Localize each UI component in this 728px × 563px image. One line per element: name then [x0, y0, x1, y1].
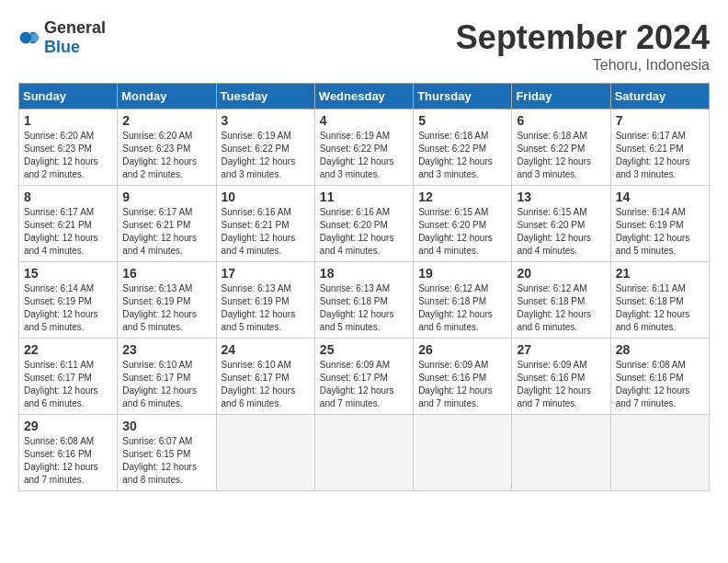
calendar-cell [414, 415, 512, 491]
day-number: 17 [222, 266, 310, 281]
column-header-tuesday: Tuesday [216, 84, 314, 109]
calendar-cell: 24Sunrise: 6:10 AMSunset: 6:17 PMDayligh… [216, 339, 314, 415]
day-number: 21 [616, 266, 704, 281]
month-title: September 2024 [456, 18, 710, 57]
day-number: 3 [222, 113, 310, 128]
calendar-table: SundayMondayTuesdayWednesdayThursdayFrid… [18, 83, 710, 491]
day-number: 8 [24, 190, 112, 204]
title-area: September 2024 Tehoru, Indonesia [456, 18, 710, 74]
calendar-cell: 21Sunrise: 6:11 AMSunset: 6:18 PMDayligh… [610, 262, 709, 339]
cell-details: Sunrise: 6:09 AMSunset: 6:16 PMDaylight:… [418, 359, 506, 410]
day-number: 22 [24, 342, 112, 357]
cell-details: Sunrise: 6:08 AMSunset: 6:16 PMDaylight:… [24, 435, 112, 487]
cell-details: Sunrise: 6:12 AMSunset: 6:18 PMDaylight:… [418, 282, 506, 334]
calendar-cell: 14Sunrise: 6:14 AMSunset: 6:19 PMDayligh… [610, 186, 709, 262]
calendar-cell: 28Sunrise: 6:08 AMSunset: 6:16 PMDayligh… [610, 339, 709, 415]
column-header-wednesday: Wednesday [314, 84, 413, 109]
calendar-cell: 1Sunrise: 6:20 AMSunset: 6:23 PMDaylight… [19, 109, 118, 186]
calendar-cell: 17Sunrise: 6:13 AMSunset: 6:19 PMDayligh… [216, 262, 314, 339]
cell-details: Sunrise: 6:10 AMSunset: 6:17 PMDaylight:… [122, 359, 210, 410]
cell-details: Sunrise: 6:19 AMSunset: 6:22 PMDaylight:… [320, 130, 408, 181]
cell-details: Sunrise: 6:16 AMSunset: 6:20 PMDaylight:… [320, 206, 408, 258]
calendar-cell: 16Sunrise: 6:13 AMSunset: 6:19 PMDayligh… [118, 262, 216, 339]
calendar-cell: 18Sunrise: 6:13 AMSunset: 6:18 PMDayligh… [314, 262, 413, 339]
cell-details: Sunrise: 6:17 AMSunset: 6:21 PMDaylight:… [616, 130, 704, 181]
day-number: 26 [418, 342, 506, 357]
calendar-cell [314, 415, 413, 491]
day-number: 2 [122, 113, 210, 128]
day-number: 16 [122, 266, 210, 281]
calendar-cell: 7Sunrise: 6:17 AMSunset: 6:21 PMDaylight… [610, 109, 709, 186]
calendar-cell: 26Sunrise: 6:09 AMSunset: 6:16 PMDayligh… [414, 339, 512, 415]
logo: General Blue [18, 18, 106, 57]
calendar-cell: 20Sunrise: 6:12 AMSunset: 6:18 PMDayligh… [512, 262, 610, 339]
day-number: 5 [418, 113, 506, 128]
logo-icon [18, 27, 40, 49]
calendar-cell: 30Sunrise: 6:07 AMSunset: 6:15 PMDayligh… [118, 415, 216, 491]
cell-details: Sunrise: 6:12 AMSunset: 6:18 PMDaylight:… [517, 282, 605, 334]
day-number: 15 [24, 266, 112, 281]
logo-text: General Blue [44, 18, 106, 57]
cell-details: Sunrise: 6:17 AMSunset: 6:21 PMDaylight:… [122, 206, 210, 258]
day-number: 14 [616, 190, 704, 204]
cell-details: Sunrise: 6:09 AMSunset: 6:16 PMDaylight:… [517, 359, 605, 410]
cell-details: Sunrise: 6:20 AMSunset: 6:23 PMDaylight:… [24, 130, 112, 181]
calendar-cell: 9Sunrise: 6:17 AMSunset: 6:21 PMDaylight… [118, 186, 216, 262]
header: General Blue September 2024 Tehoru, Indo… [18, 18, 710, 74]
svg-point-0 [20, 32, 32, 44]
column-header-saturday: Saturday [610, 84, 709, 109]
day-number: 20 [517, 266, 605, 281]
day-number: 13 [517, 190, 605, 204]
location-title: Tehoru, Indonesia [456, 57, 710, 74]
day-number: 11 [320, 190, 408, 204]
day-number: 25 [320, 342, 408, 357]
cell-details: Sunrise: 6:14 AMSunset: 6:19 PMDaylight:… [24, 282, 112, 334]
calendar-cell: 22Sunrise: 6:11 AMSunset: 6:17 PMDayligh… [19, 339, 118, 415]
week-row-4: 22Sunrise: 6:11 AMSunset: 6:17 PMDayligh… [19, 339, 710, 415]
cell-details: Sunrise: 6:13 AMSunset: 6:19 PMDaylight:… [222, 282, 310, 334]
calendar-cell: 15Sunrise: 6:14 AMSunset: 6:19 PMDayligh… [19, 262, 118, 339]
day-number: 6 [517, 113, 605, 128]
day-number: 12 [418, 190, 506, 204]
day-number: 29 [24, 419, 112, 433]
calendar-cell: 2Sunrise: 6:20 AMSunset: 6:23 PMDaylight… [118, 109, 216, 186]
cell-details: Sunrise: 6:18 AMSunset: 6:22 PMDaylight:… [517, 130, 605, 181]
cell-details: Sunrise: 6:18 AMSunset: 6:22 PMDaylight:… [418, 130, 506, 181]
calendar-cell: 10Sunrise: 6:16 AMSunset: 6:21 PMDayligh… [216, 186, 314, 262]
calendar-cell: 11Sunrise: 6:16 AMSunset: 6:20 PMDayligh… [314, 186, 413, 262]
day-number: 4 [320, 113, 408, 128]
day-number: 23 [122, 342, 210, 357]
calendar-cell: 25Sunrise: 6:09 AMSunset: 6:17 PMDayligh… [314, 339, 413, 415]
cell-details: Sunrise: 6:08 AMSunset: 6:16 PMDaylight:… [616, 359, 704, 410]
logo-blue: Blue [44, 38, 80, 56]
day-number: 10 [222, 190, 310, 204]
week-row-3: 15Sunrise: 6:14 AMSunset: 6:19 PMDayligh… [19, 262, 710, 339]
day-number: 28 [616, 342, 704, 357]
calendar-cell: 23Sunrise: 6:10 AMSunset: 6:17 PMDayligh… [118, 339, 216, 415]
day-number: 19 [418, 266, 506, 281]
week-row-5: 29Sunrise: 6:08 AMSunset: 6:16 PMDayligh… [19, 415, 710, 491]
cell-details: Sunrise: 6:13 AMSunset: 6:18 PMDaylight:… [320, 282, 408, 334]
cell-details: Sunrise: 6:15 AMSunset: 6:20 PMDaylight:… [418, 206, 506, 258]
day-number: 1 [24, 113, 112, 128]
week-row-1: 1Sunrise: 6:20 AMSunset: 6:23 PMDaylight… [19, 109, 710, 186]
calendar-cell: 8Sunrise: 6:17 AMSunset: 6:21 PMDaylight… [19, 186, 118, 262]
calendar-cell: 5Sunrise: 6:18 AMSunset: 6:22 PMDaylight… [414, 109, 512, 186]
column-header-monday: Monday [118, 84, 216, 109]
cell-details: Sunrise: 6:14 AMSunset: 6:19 PMDaylight:… [616, 206, 704, 258]
day-number: 18 [320, 266, 408, 281]
column-header-thursday: Thursday [414, 84, 512, 109]
logo-general: General [44, 18, 106, 37]
day-number: 24 [222, 342, 310, 357]
cell-details: Sunrise: 6:16 AMSunset: 6:21 PMDaylight:… [222, 206, 310, 258]
cell-details: Sunrise: 6:09 AMSunset: 6:17 PMDaylight:… [320, 359, 408, 410]
calendar-cell: 13Sunrise: 6:15 AMSunset: 6:20 PMDayligh… [512, 186, 610, 262]
day-number: 7 [616, 113, 704, 128]
cell-details: Sunrise: 6:17 AMSunset: 6:21 PMDaylight:… [24, 206, 112, 258]
calendar-cell: 4Sunrise: 6:19 AMSunset: 6:22 PMDaylight… [314, 109, 413, 186]
cell-details: Sunrise: 6:10 AMSunset: 6:17 PMDaylight:… [222, 359, 310, 410]
cell-details: Sunrise: 6:20 AMSunset: 6:23 PMDaylight:… [122, 130, 210, 181]
calendar-cell: 27Sunrise: 6:09 AMSunset: 6:16 PMDayligh… [512, 339, 610, 415]
calendar-cell [512, 415, 610, 491]
cell-details: Sunrise: 6:15 AMSunset: 6:20 PMDaylight:… [517, 206, 605, 258]
